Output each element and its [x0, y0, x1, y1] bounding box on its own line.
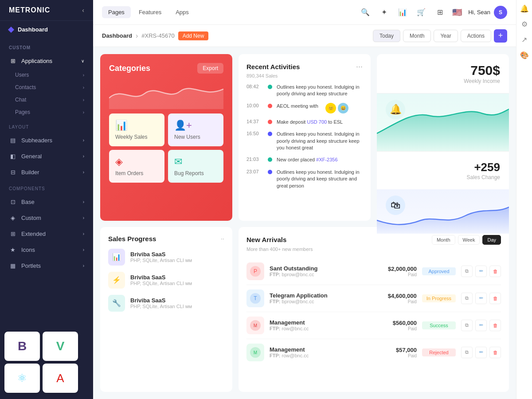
action-edit-1[interactable]: ✏ — [475, 293, 487, 304]
sidebar-item-pages[interactable]: Pages › — [0, 106, 93, 118]
arrival-icon-3: M — [246, 344, 264, 361]
bootstrap-icon[interactable]: B — [4, 332, 40, 361]
search-icon[interactable]: 🔍 — [359, 6, 372, 19]
right-icon-settings[interactable]: ⚙ — [521, 20, 528, 28]
btn-month[interactable]: Month — [403, 30, 431, 42]
builder-icon: ⊟ — [9, 168, 17, 176]
sidebar-item-applications[interactable]: ⊞ Applications ∨ — [0, 53, 93, 69]
sidebar-item-icons[interactable]: ★ Icons › — [0, 242, 93, 258]
mini-cards-grid: 📊 Weekly Sales 👤+ New Users ◈ Item Order… — [109, 113, 223, 183]
chart-icon[interactable]: 📊 — [396, 6, 409, 19]
arrivals-subtitle: More than 400+ new members — [246, 246, 501, 252]
action-edit-0[interactable]: ✏ — [475, 266, 487, 277]
activities-title: Recent Activities — [246, 63, 300, 70]
action-delete-2[interactable]: 🗑 — [489, 320, 501, 331]
subheader: Dashboard › #XRS-45670 Add New Today Mon… — [93, 25, 516, 47]
new-arrivals-card: New Arrivals Month Week Day More than 40… — [239, 227, 509, 392]
breadcrumb-dashboard[interactable]: Dashboard — [102, 32, 132, 39]
action-copy-0[interactable]: ⧉ — [461, 266, 473, 277]
income-chart: 🔔 — [377, 94, 509, 151]
user-menu[interactable]: Hi, Sean S — [468, 6, 507, 19]
chevron-right-icon: › — [83, 247, 84, 252]
topnav-icons: 🔍 ✦ 📊 🛒 ⊞ 🇺🇸 Hi, Sean S — [359, 6, 507, 19]
sidebar: METRONIC ‹ Dashboard CUSTOM ⊞ Applicatio… — [0, 0, 93, 399]
recent-activities-card: Recent Activities ··· 890,344 Sales 08:4… — [239, 54, 371, 221]
dashboard-label: Dashboard — [18, 26, 48, 33]
sidebar-item-extended[interactable]: ⊞ Extended › — [0, 226, 93, 242]
btn-actions[interactable]: Actions — [461, 30, 491, 42]
angular-icon[interactable]: A — [43, 364, 78, 393]
activity-item-4: 21:03 New order placed #XF-2356 — [246, 156, 363, 163]
sidebar-item-chat[interactable]: Chat › — [0, 94, 93, 106]
mini-card-weekly-sales[interactable]: 📊 Weekly Sales — [109, 113, 164, 146]
sidebar-item-contacts[interactable]: Contacts › — [0, 81, 93, 94]
tab-features[interactable]: Features — [133, 6, 168, 18]
action-delete-3[interactable]: 🗑 — [489, 347, 501, 358]
arrival-price-2: $560,000 Paid — [377, 320, 417, 331]
sidebar-item-users[interactable]: Users › — [0, 69, 93, 81]
tab-apps[interactable]: Apps — [169, 6, 195, 18]
sales-item-sub: PHP, SQLite, Artisan CLI мм — [130, 281, 224, 286]
arrival-badge-2: Success — [422, 321, 456, 329]
add-button[interactable]: + — [494, 29, 507, 43]
activity-time: 23:07 — [246, 169, 263, 174]
btn-year[interactable]: Year — [434, 30, 458, 42]
framework-icons-bar: B V ⚛ A — [0, 325, 93, 399]
cart-icon[interactable]: 🛒 — [415, 6, 427, 19]
activities-menu[interactable]: ··· — [356, 62, 363, 71]
sidebar-item-custom[interactable]: ◈ Custom › — [0, 210, 93, 226]
add-new-button[interactable]: Add New — [178, 31, 209, 40]
sidebar-item-general[interactable]: ◧ General › — [0, 148, 93, 164]
mini-card-item-orders[interactable]: ◈ Item Orders — [109, 150, 164, 183]
icons-icon: ★ — [9, 246, 17, 254]
sidebar-item-base[interactable]: ⊡ Base › — [0, 194, 93, 210]
right-icon-share[interactable]: ↗ — [521, 35, 527, 44]
tab-week[interactable]: Week — [458, 235, 480, 245]
grid-icon[interactable]: ⊞ — [434, 6, 446, 19]
arrival-icon-0: P — [246, 262, 264, 280]
sales-menu[interactable]: ·· — [221, 235, 224, 242]
activity-item-5: 23:07 Outlines keep you honest. Indulgin… — [246, 169, 363, 189]
sidebar-toggle[interactable]: ‹ — [82, 7, 84, 14]
mini-card-bug-reports[interactable]: ✉ Bug Reports — [168, 150, 223, 183]
mini-card-new-users[interactable]: 👤+ New Users — [168, 113, 223, 146]
tab-pages[interactable]: Pages — [102, 6, 131, 18]
sidebar-dashboard-item[interactable]: Dashboard — [0, 21, 93, 38]
sales-item-sub: PHP, SQLite, Artisan CLI мм — [130, 304, 224, 309]
user-avatar[interactable]: S — [494, 6, 507, 19]
activity-text: Make deposit USD 700 to ESL — [277, 119, 343, 125]
action-delete-0[interactable]: 🗑 — [489, 266, 501, 277]
sidebar-item-builder[interactable]: ⊟ Builder › — [0, 164, 93, 180]
action-delete-1[interactable]: 🗑 — [489, 293, 501, 304]
chevron-right-icon: › — [83, 170, 84, 175]
tab-day[interactable]: Day — [482, 235, 501, 245]
right-sidebar: 🔔 ⚙ ↗ 🎨 — [516, 0, 532, 399]
export-button[interactable]: Export — [197, 63, 223, 74]
right-icon-search[interactable]: 🔔 — [520, 4, 529, 13]
share-icon[interactable]: ✦ — [378, 6, 390, 19]
sidebar-item-subheaders[interactable]: ▤ Subheaders › — [0, 132, 93, 148]
content-grid: Categories Export 📊 Weekly Sales 👤+ New … — [93, 47, 516, 399]
action-copy-2[interactable]: ⧉ — [461, 320, 473, 331]
sales-change-label: Sales Change — [386, 174, 500, 180]
sidebar-item-portlets[interactable]: ▦ Portlets › — [0, 258, 93, 274]
right-icon-palette[interactable]: 🎨 — [520, 51, 529, 59]
tab-month[interactable]: Month — [432, 235, 455, 245]
activity-dot — [268, 132, 272, 136]
activity-dot — [268, 120, 272, 124]
diamond-icon — [8, 26, 14, 32]
action-edit-2[interactable]: ✏ — [475, 320, 487, 331]
activity-time: 21:03 — [246, 156, 263, 162]
arrival-info-3: Management FTP: row@bnc.cc — [270, 346, 372, 358]
action-copy-3[interactable]: ⧉ — [461, 347, 473, 358]
sales-item-icon: 📊 — [108, 249, 125, 266]
react-icon[interactable]: ⚛ — [4, 364, 40, 393]
bar-chart-icon: 📊 — [115, 120, 127, 131]
action-edit-3[interactable]: ✏ — [475, 347, 487, 358]
vue-icon[interactable]: V — [43, 332, 78, 361]
custom-icon: ◈ — [9, 214, 17, 222]
wave-chart — [109, 78, 223, 109]
extended-icon: ⊞ — [9, 230, 17, 238]
action-copy-1[interactable]: ⧉ — [461, 293, 473, 304]
btn-today[interactable]: Today — [373, 30, 400, 42]
